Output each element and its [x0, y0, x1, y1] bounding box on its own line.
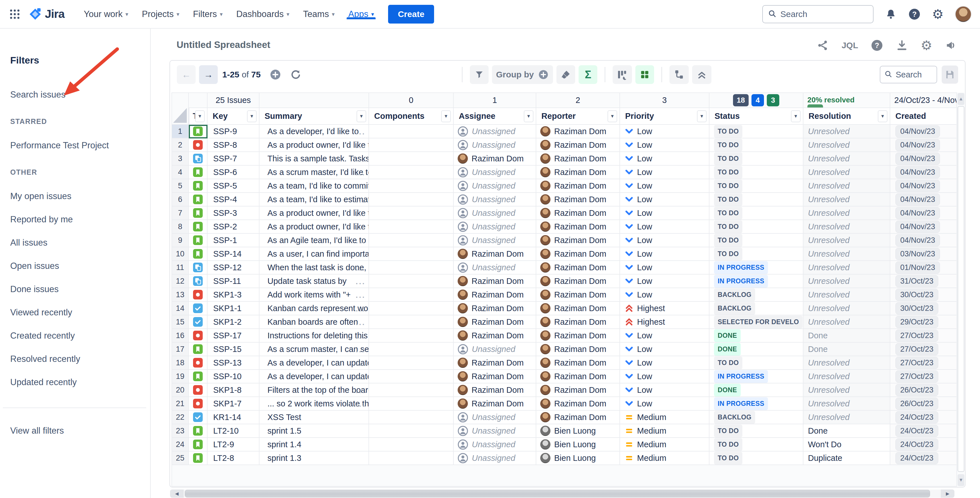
cell-resolution[interactable]: Unresolved: [803, 125, 890, 138]
sidebar-item-viewed-recently[interactable]: Viewed recently: [10, 308, 150, 318]
column-header-reporter[interactable]: Reporter▼: [536, 108, 620, 125]
cell-resolution[interactable]: Done: [803, 329, 890, 343]
sidebar-item-updated-recently[interactable]: Updated recently: [10, 377, 150, 387]
summary-cell-summary[interactable]: [259, 92, 369, 108]
cell-resolution[interactable]: Unresolved: [803, 288, 890, 302]
cell-priority[interactable]: Low: [620, 343, 710, 356]
cell-priority[interactable]: Low: [620, 247, 710, 261]
row-number[interactable]: 15: [172, 316, 189, 329]
cell-key[interactable]: SSP-13: [207, 356, 259, 370]
row-number[interactable]: 21: [172, 397, 189, 411]
cell-summary[interactable]: ... so 2 work items violate the···: [259, 397, 369, 411]
row-number[interactable]: 13: [172, 288, 189, 302]
cell-assignee[interactable]: Unassigned: [453, 343, 536, 356]
cell-components[interactable]: [369, 125, 453, 138]
cell-summary[interactable]: As a product owner, I'd like to···: [259, 206, 369, 220]
sheet-help-icon[interactable]: ?: [871, 39, 883, 52]
cell-summary[interactable]: As a developer, I can update···: [259, 356, 369, 370]
refresh-icon[interactable]: [286, 65, 306, 84]
summary-cell-assignee[interactable]: 1: [453, 92, 536, 108]
row-number[interactable]: 19: [172, 370, 189, 384]
megaphone-icon[interactable]: [945, 39, 957, 52]
cell-type[interactable]: [189, 125, 207, 138]
cell-status[interactable]: TO DO: [710, 247, 803, 261]
cell-assignee[interactable]: Unassigned: [453, 424, 536, 438]
cell-components[interactable]: [369, 247, 453, 261]
cell-summary[interactable]: sprint 1.3: [259, 452, 369, 465]
sidebar-item-reported-by-me[interactable]: Reported by me: [10, 214, 150, 225]
cell-components[interactable]: [369, 397, 453, 411]
cell-type[interactable]: [189, 179, 207, 193]
row-number[interactable]: 22: [172, 411, 189, 424]
cell-created[interactable]: 04/Nov/23: [890, 179, 957, 193]
cell-reporter[interactable]: Raziman Dom: [536, 179, 620, 193]
cell-status[interactable]: TO DO: [710, 152, 803, 166]
cell-status[interactable]: IN PROGRESS: [710, 370, 803, 384]
cell-reporter[interactable]: Raziman Dom: [536, 220, 620, 234]
row-number[interactable]: 8: [172, 220, 189, 234]
cell-components[interactable]: [369, 288, 453, 302]
sidebar-item-performance-test-project[interactable]: Performance Test Project: [10, 140, 150, 151]
cell-type[interactable]: [189, 452, 207, 465]
column-header-components[interactable]: Components▼: [369, 108, 453, 125]
cell-key[interactable]: SSP-4: [207, 193, 259, 206]
column-header-summary[interactable]: Summary▼: [259, 108, 369, 125]
row-number[interactable]: 1: [172, 125, 189, 138]
row-number[interactable]: 7: [172, 206, 189, 220]
horizontal-scroll-thumb[interactable]: [185, 490, 930, 498]
cell-assignee[interactable]: Raziman Dom: [453, 397, 536, 411]
horizontal-scrollbar[interactable]: ◀ ▶: [170, 490, 955, 498]
cell-reporter[interactable]: Raziman Dom: [536, 234, 620, 247]
cell-components[interactable]: [369, 316, 453, 329]
column-header-resolution[interactable]: Resolution▼: [803, 108, 890, 125]
cell-components[interactable]: [369, 152, 453, 166]
cell-status[interactable]: DONE: [710, 329, 803, 343]
notifications-bell-icon[interactable]: [885, 8, 897, 20]
cell-components[interactable]: [369, 220, 453, 234]
cell-type[interactable]: [189, 438, 207, 452]
row-number[interactable]: 11: [172, 261, 189, 274]
cell-type[interactable]: [189, 234, 207, 247]
cell-resolution[interactable]: Unresolved: [803, 261, 890, 274]
cell-type[interactable]: [189, 274, 207, 288]
cell-key[interactable]: SKP1-1: [207, 302, 259, 316]
cell-components[interactable]: [369, 166, 453, 179]
jql-button[interactable]: JQL: [842, 41, 858, 50]
cell-view-icon[interactable]: [635, 65, 654, 84]
format-painter-icon[interactable]: [557, 65, 575, 84]
cell-type[interactable]: [189, 397, 207, 411]
cell-assignee[interactable]: Raziman Dom: [453, 316, 536, 329]
global-search[interactable]: [762, 5, 873, 23]
cell-created[interactable]: 24/Oct/23: [890, 452, 957, 465]
cell-components[interactable]: [369, 329, 453, 343]
cell-components[interactable]: [369, 411, 453, 424]
cell-key[interactable]: SSP-7: [207, 152, 259, 166]
summary-cell-created-range[interactable]: 24/Oct/23 - 4/Nov/23: [890, 92, 957, 108]
cell-key[interactable]: SSP-2: [207, 220, 259, 234]
cell-components[interactable]: [369, 234, 453, 247]
cell-status[interactable]: BACKLOG: [710, 302, 803, 316]
scroll-right-icon[interactable]: ▶: [941, 490, 955, 498]
cell-priority[interactable]: Low: [620, 384, 710, 397]
cell-assignee[interactable]: Raziman Dom: [453, 247, 536, 261]
cell-summary[interactable]: As an Agile team, I'd like to···: [259, 234, 369, 247]
column-header-key[interactable]: Key▼: [207, 108, 259, 125]
cell-reporter[interactable]: Raziman Dom: [536, 261, 620, 274]
cell-resolution[interactable]: Unresolved: [803, 193, 890, 206]
cell-summary[interactable]: Add work items with "+···: [259, 288, 369, 302]
cell-type[interactable]: [189, 166, 207, 179]
nav-item-projects[interactable]: Projects▾: [135, 9, 186, 19]
cell-created[interactable]: 27/Oct/23: [890, 370, 957, 384]
cell-reporter[interactable]: Raziman Dom: [536, 397, 620, 411]
cell-type[interactable]: [189, 193, 207, 206]
sidebar-item-open-issues[interactable]: Open issues: [10, 261, 150, 271]
cell-created[interactable]: 03/Nov/23: [890, 247, 957, 261]
cell-assignee[interactable]: Unassigned: [453, 220, 536, 234]
cell-summary[interactable]: As a user, I can find important···: [259, 247, 369, 261]
row-number[interactable]: 18: [172, 356, 189, 370]
cell-type[interactable]: [189, 206, 207, 220]
cell-priority[interactable]: Low: [620, 370, 710, 384]
next-page-button[interactable]: →: [199, 65, 218, 84]
cell-created[interactable]: 04/Nov/23: [890, 138, 957, 152]
cell-summary[interactable]: As a developer, I'd like to···: [259, 125, 369, 138]
